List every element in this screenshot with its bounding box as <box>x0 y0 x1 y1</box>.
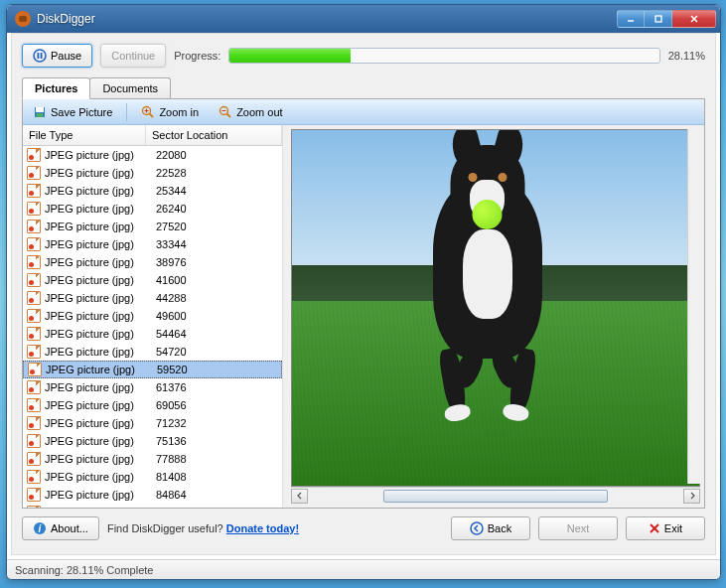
pause-button[interactable]: Pause <box>22 44 92 68</box>
jpeg-file-icon <box>27 488 41 502</box>
file-type: JPEG picture (jpg) <box>45 238 156 250</box>
sector-location: 59520 <box>157 364 277 375</box>
scroll-thumb[interactable] <box>383 490 609 503</box>
status-bar: Scanning: 28.11% Complete <box>7 559 720 579</box>
file-type: JPEG picture (jpg) <box>45 399 156 411</box>
top-controls: Pause Continue Progress: 28.11% <box>22 44 705 68</box>
jpeg-file-icon <box>27 148 41 162</box>
jpeg-file-icon <box>27 452 41 466</box>
file-type: JPEG picture (jpg) <box>45 471 156 483</box>
list-item[interactable]: JPEG picture (jpg)85888 <box>23 504 282 508</box>
sector-location: 71232 <box>156 417 278 429</box>
continue-button[interactable]: Continue <box>100 44 166 68</box>
preview-scrollbar-vertical[interactable] <box>687 129 704 484</box>
bottom-row: i About... Find DiskDigger useful? Donat… <box>22 509 705 544</box>
sector-location: 75136 <box>156 435 278 447</box>
progress-fill <box>229 49 351 63</box>
file-type: JPEG picture (jpg) <box>45 346 156 358</box>
jpeg-file-icon <box>27 291 41 305</box>
list-item[interactable]: JPEG picture (jpg)75136 <box>23 432 282 450</box>
list-item[interactable]: JPEG picture (jpg)54720 <box>23 343 282 361</box>
sector-location: 44288 <box>156 292 278 304</box>
zoom-in-button[interactable]: Zoom in <box>135 101 205 123</box>
jpeg-file-icon <box>28 363 42 376</box>
header-filetype[interactable]: File Type <box>23 125 146 145</box>
list-item[interactable]: JPEG picture (jpg)69056 <box>23 396 282 414</box>
list-item[interactable]: JPEG picture (jpg)41600 <box>23 271 282 289</box>
sector-location: 85888 <box>156 507 278 508</box>
donate-link[interactable]: Donate today! <box>226 522 299 534</box>
file-type: JPEG picture (jpg) <box>45 167 156 179</box>
jpeg-file-icon <box>27 470 41 484</box>
svg-line-15 <box>227 113 231 117</box>
list-item[interactable]: JPEG picture (jpg)22528 <box>23 164 282 182</box>
about-button[interactable]: i About... <box>22 516 99 540</box>
svg-rect-9 <box>37 113 43 117</box>
svg-rect-1 <box>655 16 661 22</box>
save-picture-button[interactable]: Save Picture <box>27 101 118 123</box>
list-item[interactable]: JPEG picture (jpg)84864 <box>23 486 282 504</box>
jpeg-file-icon <box>27 184 41 198</box>
list-item[interactable]: JPEG picture (jpg)71232 <box>23 414 282 432</box>
tab-documents[interactable]: Documents <box>89 77 171 99</box>
about-label: About... <box>51 522 88 534</box>
minimize-button[interactable] <box>617 10 645 28</box>
list-item[interactable]: JPEG picture (jpg)77888 <box>23 450 282 468</box>
list-item[interactable]: JPEG picture (jpg)33344 <box>23 235 282 253</box>
status-text: Scanning: 28.11% Complete <box>15 564 153 576</box>
scroll-track[interactable] <box>308 489 683 504</box>
zoom-out-button[interactable]: Zoom out <box>213 101 288 123</box>
list-item[interactable]: JPEG picture (jpg)27520 <box>23 218 282 235</box>
file-type: JPEG picture (jpg) <box>45 149 156 161</box>
list-item[interactable]: JPEG picture (jpg)49600 <box>23 307 282 325</box>
list-body[interactable]: JPEG picture (jpg)22080JPEG picture (jpg… <box>23 146 282 508</box>
sector-location: 54464 <box>156 328 278 340</box>
preview-scrollbar-horizontal[interactable] <box>291 487 700 504</box>
tabs: Pictures Documents <box>22 77 705 99</box>
list-header: File Type Sector Location <box>23 125 282 146</box>
scroll-right-button[interactable] <box>683 489 700 504</box>
list-item[interactable]: JPEG picture (jpg)54464 <box>23 325 282 343</box>
list-item[interactable]: JPEG picture (jpg)26240 <box>23 200 282 218</box>
toolbar: Save Picture Zoom in Zoom out <box>23 99 704 125</box>
back-button[interactable]: Back <box>451 516 530 540</box>
info-icon: i <box>33 521 47 535</box>
sector-location: 22528 <box>156 167 278 179</box>
jpeg-file-icon <box>27 434 41 448</box>
back-label: Back <box>488 522 511 534</box>
next-label: Next <box>567 522 590 534</box>
list-item[interactable]: JPEG picture (jpg)59520 <box>23 361 282 378</box>
list-item[interactable]: JPEG picture (jpg)38976 <box>23 253 282 271</box>
tab-pictures[interactable]: Pictures <box>22 77 90 99</box>
list-item[interactable]: JPEG picture (jpg)61376 <box>23 378 282 396</box>
next-button[interactable]: Next <box>538 516 618 540</box>
header-sector[interactable]: Sector Location <box>146 125 282 145</box>
file-type: JPEG picture (jpg) <box>45 489 156 501</box>
close-button[interactable] <box>672 10 716 28</box>
content: Pause Continue Progress: 28.11% Pictures… <box>11 33 716 555</box>
list-item[interactable]: JPEG picture (jpg)44288 <box>23 289 282 307</box>
progress-label: Progress: <box>174 50 220 62</box>
file-type: JPEG picture (jpg) <box>45 507 156 508</box>
svg-point-4 <box>34 50 46 62</box>
jpeg-file-icon <box>27 255 41 269</box>
file-type: JPEG picture (jpg) <box>45 185 156 197</box>
jpeg-file-icon <box>27 202 41 216</box>
sector-location: 25344 <box>156 185 278 197</box>
jpeg-file-icon <box>27 273 41 287</box>
titlebar[interactable]: DiskDigger <box>7 5 720 33</box>
maximize-button[interactable] <box>645 10 672 28</box>
save-icon <box>33 105 47 119</box>
sector-location: 84864 <box>156 489 278 501</box>
svg-rect-6 <box>41 53 43 59</box>
back-icon <box>470 521 484 535</box>
sector-location: 77888 <box>156 453 278 465</box>
main-area: File Type Sector Location JPEG picture (… <box>23 125 704 508</box>
zoom-out-icon <box>218 105 232 119</box>
list-item[interactable]: JPEG picture (jpg)81408 <box>23 468 282 486</box>
list-item[interactable]: JPEG picture (jpg)25344 <box>23 182 282 200</box>
exit-button[interactable]: Exit <box>626 516 705 540</box>
list-item[interactable]: JPEG picture (jpg)22080 <box>23 146 282 164</box>
scroll-left-button[interactable] <box>291 489 308 504</box>
pause-label: Pause <box>51 50 81 62</box>
